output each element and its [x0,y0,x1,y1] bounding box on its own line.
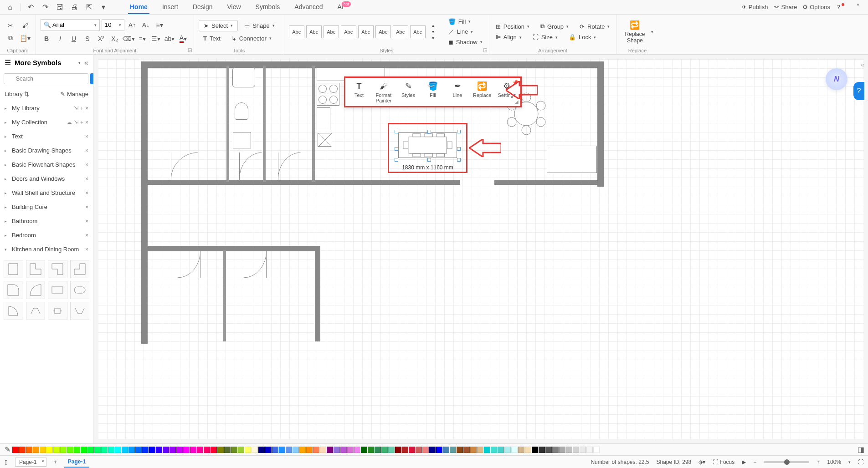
color-swatch[interactable] [128,447,135,453]
color-swatch[interactable] [306,447,313,453]
lib-item-basic-flowchart[interactable]: ▸Basic Flowchart Shapes× [0,158,93,172]
lib-item-my-collection[interactable]: ▸My Collection☁⇲+× [0,115,93,129]
layers-icon[interactable]: ⬗▾ [699,459,705,465]
zoom-slider[interactable] [764,461,809,463]
size-dropdown[interactable]: ⛶Size▾ [531,33,560,41]
right-panel-collapse-icon[interactable]: « [861,61,864,68]
shape-tool[interactable]: ▭Shape▾ [240,20,279,31]
wall-int-2[interactable] [263,66,266,182]
color-swatch[interactable] [101,447,108,453]
font-launcher-icon[interactable]: ◲ [188,47,192,52]
close-icon[interactable]: × [85,204,88,210]
color-swatch[interactable] [163,447,169,453]
color-swatch[interactable] [388,447,395,453]
connector-tool[interactable]: ↳Connector▾ [227,33,276,44]
eyedropper-icon[interactable]: ✎ [3,445,12,454]
color-swatch[interactable] [416,447,422,453]
stove-shape[interactable] [317,83,339,106]
style-scroll-down-icon[interactable]: ▾ [427,29,439,35]
tab-ai[interactable]: AIhot [336,0,355,14]
italic-icon[interactable]: I [54,33,66,45]
sidebar-title-caret[interactable]: ▾ [78,61,81,65]
publish-button[interactable]: ✈Publish [742,4,768,10]
subscript-icon[interactable]: X₂ [109,33,121,45]
color-swatch[interactable] [484,447,490,453]
color-swatch[interactable] [340,447,347,453]
position-dropdown[interactable]: ⊞Position▾ [494,22,531,31]
counter-shape[interactable] [233,132,251,148]
color-swatch[interactable] [135,447,142,453]
wall-mid-2[interactable] [494,180,604,185]
page-list-icon[interactable]: ▯ [5,459,8,465]
color-swatch[interactable] [211,447,217,453]
share-button[interactable]: ⫘Share [773,4,797,10]
lib-item-building-core[interactable]: ▸Building Core× [0,200,93,214]
close-icon[interactable]: × [85,148,88,154]
hamburger-icon[interactable]: ☰ [5,58,11,67]
bold-icon[interactable]: B [41,33,52,45]
cabinet-shape[interactable] [318,133,331,147]
color-swatch[interactable] [108,447,114,453]
close-icon[interactable]: × [85,105,88,112]
tab-design[interactable]: Design [191,0,215,14]
shape-table-rounded[interactable] [70,281,90,299]
fit-page-icon[interactable]: ⛶ [858,459,863,465]
more-qat-icon[interactable]: ▾ [97,1,110,14]
paste-icon[interactable]: 📋▾ [19,32,31,44]
color-swatch[interactable] [53,447,60,453]
zoom-level[interactable]: 100% [827,459,841,465]
shape-chairs-1[interactable] [26,302,46,320]
help-tab[interactable]: ? [853,82,864,100]
color-swatch[interactable] [156,447,162,453]
close-icon[interactable]: × [85,176,88,182]
color-swatch[interactable] [552,447,559,453]
color-swatch[interactable] [361,447,367,453]
lib-item-kitchen-dining[interactable]: ▾Kitchen and Dining Room× [0,242,93,256]
toilet-shape[interactable] [235,102,248,120]
color-swatch[interactable] [457,447,463,453]
wall-int-1[interactable] [226,66,229,182]
color-swatch[interactable] [224,447,231,453]
color-swatch[interactable] [429,447,436,453]
drawing-canvas[interactable]: 📌 ◢ TText 🖌Format Painter ✎Styles 🪣Fill … [98,59,863,439]
color-swatch[interactable] [46,447,53,453]
redo-icon[interactable]: ↷ [39,1,51,14]
style-scroll-up-icon[interactable]: ▴ [427,22,439,29]
ft-replace[interactable]: 🔁Replace [473,81,491,103]
wall-lower-int[interactable] [223,250,226,341]
color-swatch[interactable] [491,447,497,453]
export-icon[interactable]: ⇱ [82,1,95,14]
close-icon[interactable]: × [85,190,88,196]
shape-counter-l2[interactable] [48,260,67,278]
tab-home[interactable]: Home [128,0,149,14]
rotate-dropdown[interactable]: ⟳Rotate▾ [578,22,611,31]
color-swatch[interactable] [122,447,128,453]
import-icon[interactable]: ⇲ [74,105,78,112]
resize-grip-icon[interactable]: ◢ [515,99,519,104]
manage-button[interactable]: ✎ Manage [60,91,88,97]
rect-shape[interactable] [547,146,597,173]
close-icon[interactable]: × [85,246,88,253]
color-swatch[interactable] [539,447,545,453]
lib-item-text[interactable]: ▸Text× [0,129,93,143]
style-expand-icon[interactable]: ▾ [427,35,439,41]
color-swatch[interactable] [265,447,272,453]
color-swatch[interactable] [402,447,408,453]
color-swatch[interactable] [334,447,340,453]
color-swatch[interactable] [313,447,319,453]
close-icon[interactable]: × [85,232,88,239]
close-icon[interactable]: × [85,162,88,168]
lib-item-bathroom[interactable]: ▸Bathroom× [0,214,93,228]
font-size-select[interactable]: 10▾ [102,19,124,31]
style-preset-6[interactable]: Abc [375,25,391,38]
style-preset-2[interactable]: Abc [306,25,322,38]
page-select[interactable]: Page-1 ▾ [15,458,46,467]
color-swatch[interactable] [518,447,524,453]
ft-format-painter[interactable]: 🖌Format Painter [375,81,393,103]
styles-launcher-icon[interactable]: ◲ [483,47,487,52]
color-swatch[interactable] [368,447,374,453]
import-icon[interactable]: ⇲ [74,119,78,126]
decrease-font-icon[interactable]: A↓ [140,19,152,31]
ft-line[interactable]: ✒Line [448,81,467,103]
color-swatch[interactable] [204,447,210,453]
